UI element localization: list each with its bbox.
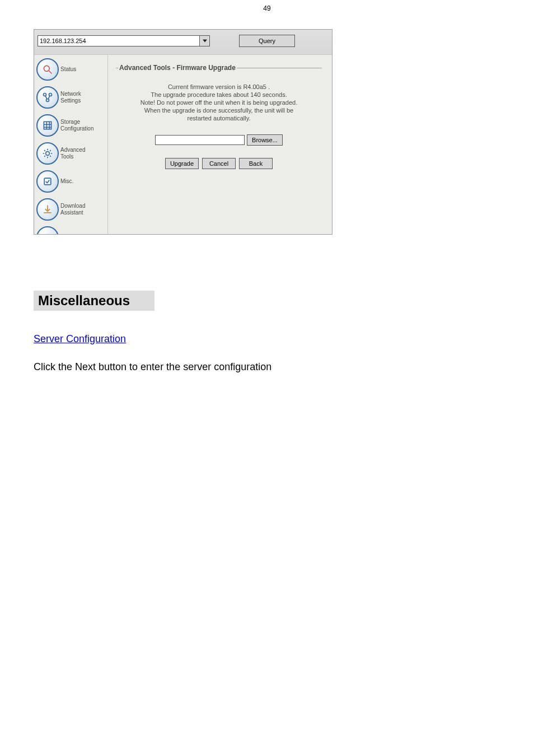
sidebar-item-status[interactable]: Status [36, 58, 106, 81]
storage-icon [36, 114, 59, 137]
desc-line: The upgrade procedure takes about 140 se… [151, 91, 287, 98]
svg-marker-0 [203, 40, 207, 43]
doc-heading-miscellaneous: Miscellaneous [34, 291, 154, 311]
svg-line-7 [48, 96, 50, 100]
svg-point-1 [44, 66, 49, 71]
magnifier-icon [36, 58, 59, 81]
desc-line: Current firmware version is R4.00a5 . [168, 83, 270, 90]
gear-icon [36, 142, 59, 165]
ip-combo [38, 35, 210, 46]
svg-point-13 [46, 152, 50, 156]
sidebar-item-misc[interactable]: Misc. [36, 170, 106, 193]
browse-button[interactable]: Browse... [247, 134, 283, 146]
ip-address-input[interactable] [38, 35, 200, 46]
sidebar-item-network[interactable]: Network Settings [36, 86, 106, 109]
doc-subheading-server-config: Server Configuration [34, 333, 500, 345]
screenshot-panel: Query Status Network Settings [34, 29, 332, 235]
download-icon [36, 198, 59, 221]
svg-line-6 [45, 96, 47, 100]
main-panel: Advanced Tools - Firmware Upgrade Curren… [108, 55, 332, 234]
query-button[interactable]: Query [239, 35, 295, 47]
back-button[interactable]: Back [239, 158, 273, 169]
sidebar-item-label: Download Assistant [60, 203, 85, 216]
sidebar-item-label: Status [60, 66, 76, 73]
firmware-description: Current firmware version is R4.00a5 . Th… [118, 83, 320, 122]
misc-icon [36, 170, 59, 193]
doc-text: Click the Next button to enter the serve… [34, 361, 493, 373]
sidebar-item-label: Advanced Tools [60, 147, 85, 160]
sidebar: Status Network Settings Storage Configur… [34, 55, 108, 234]
sidebar-item-download[interactable]: Download Assistant [36, 198, 106, 221]
sidebar-item-label: Network Settings [60, 91, 81, 104]
svg-rect-14 [44, 178, 51, 185]
network-icon [36, 86, 59, 109]
desc-line: When the upgrade is done successfully, t… [144, 107, 293, 114]
sidebar-item-storage[interactable]: Storage Configuration [36, 114, 106, 137]
sidebar-item-advanced[interactable]: Advanced Tools [36, 142, 106, 165]
svg-line-2 [49, 71, 52, 74]
sidebar-item-logout[interactable]: Logout [36, 226, 106, 234]
sidebar-item-label: Storage Configuration [60, 119, 93, 132]
panel-title: Advanced Tools - Firmware Upgrade [118, 64, 237, 72]
firmware-file-input[interactable] [155, 135, 245, 145]
topbar: Query [34, 30, 332, 54]
desc-line: Note! Do not power off the unit when it … [140, 99, 297, 106]
page-number: 49 [0, 4, 534, 12]
upgrade-button[interactable]: Upgrade [165, 158, 199, 169]
desc-line: restarted automatically. [188, 115, 251, 122]
dropdown-arrow-icon[interactable] [200, 35, 210, 46]
sidebar-item-label: Misc. [60, 178, 73, 185]
logout-icon [36, 226, 59, 234]
cancel-button[interactable]: Cancel [202, 158, 236, 169]
svg-rect-8 [44, 122, 51, 129]
